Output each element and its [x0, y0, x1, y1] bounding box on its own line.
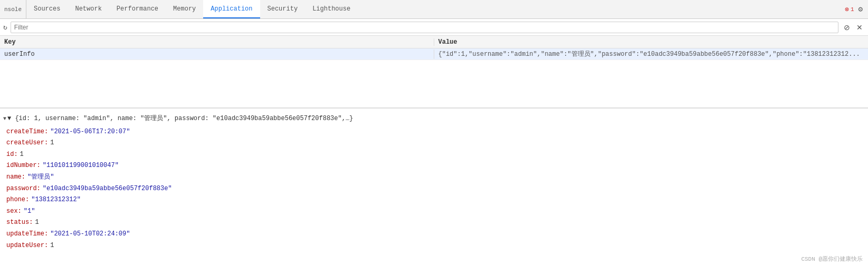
- table-row[interactable]: userInfo {"id":1,"username":"admin","nam…: [0, 48, 868, 60]
- detail-property-line: createTime: "2021-05-06T17:20:07": [0, 126, 868, 138]
- detail-property-line: sex: "1": [0, 206, 868, 218]
- main-content: Key Value userInfo {"id":1,"username":"a…: [0, 36, 868, 266]
- refresh-icon[interactable]: ↻: [3, 23, 7, 32]
- detail-property-line: name: "管理员": [0, 172, 868, 183]
- prop-value: "2021-05-10T02:24:09": [50, 229, 130, 240]
- prop-key: password:: [6, 183, 41, 195]
- expand-triangle[interactable]: ▼: [3, 114, 6, 124]
- clear-filter-button[interactable]: ⊘: [842, 22, 852, 33]
- column-key-header: Key: [0, 38, 434, 46]
- detail-property-line: phone: "13812312312": [0, 194, 868, 206]
- table-header: Key Value: [0, 36, 868, 48]
- empty-table-space: [0, 60, 868, 107]
- error-count: 1: [851, 6, 854, 13]
- prop-value: "2021-05-06T17:20:07": [50, 126, 130, 138]
- watermark: CSDN @愿你们健康快乐: [801, 255, 863, 263]
- tab-sources[interactable]: Sources: [26, 0, 68, 18]
- prop-key: name:: [6, 172, 25, 183]
- prop-key: status:: [6, 217, 33, 229]
- prop-key: id:: [6, 149, 18, 161]
- prop-key: updateTime:: [6, 229, 48, 240]
- object-preview: ▼ {id: 1, username: "admin", name: "管理员"…: [7, 113, 353, 125]
- prop-key: createUser:: [6, 137, 48, 149]
- tab-security[interactable]: Security: [260, 0, 306, 18]
- column-value-header: Value: [434, 38, 869, 46]
- detail-property-line: id: 1: [0, 149, 868, 161]
- prop-key: updateUser:: [6, 240, 48, 252]
- prop-key: idNumber:: [6, 160, 41, 172]
- filter-input[interactable]: [11, 22, 838, 33]
- tab-bar-right: ⊗ 1 ⚙: [845, 0, 868, 18]
- prop-value: "管理员": [27, 172, 54, 183]
- prop-key: phone:: [6, 194, 29, 206]
- detail-property-line: password: "e10adc3949ba59abbe56e057f20f8…: [0, 183, 868, 195]
- tab-network[interactable]: Network: [68, 0, 109, 18]
- prop-value: 1: [20, 149, 24, 161]
- prop-value: "110101199001010047": [43, 160, 119, 172]
- tab-application[interactable]: Application: [203, 0, 260, 18]
- detail-property-line: idNumber: "110101199001010047": [0, 160, 868, 172]
- tab-lighthouse[interactable]: Lighthouse: [305, 0, 358, 18]
- prop-key: sex:: [6, 206, 22, 218]
- detail-property-line: status: 1: [0, 217, 868, 229]
- prop-key: createTime:: [6, 126, 48, 138]
- filter-bar: ↻ ⊘ ✕: [0, 19, 868, 36]
- detail-property-line: createUser: 1: [0, 137, 868, 149]
- prop-value: 1: [50, 137, 54, 149]
- filter-actions: ⊘ ✕: [842, 22, 865, 33]
- prop-value: "e10adc3949ba59abbe56e057f20f883e": [43, 183, 172, 195]
- detail-property-line: updateUser: 1: [0, 240, 868, 252]
- detail-property-line: updateTime: "2021-05-10T02:24:09": [0, 229, 868, 240]
- object-summary[interactable]: ▼ ▼ {id: 1, username: "admin", name: "管理…: [0, 112, 868, 126]
- error-icon: ⊗: [845, 5, 849, 14]
- close-filter-button[interactable]: ✕: [854, 22, 865, 33]
- row-key: userInfo: [0, 50, 434, 59]
- console-label: nsole: [0, 0, 26, 18]
- prop-value: "13812312312": [31, 194, 81, 206]
- tab-bar: nsole Sources Network Performance Memory…: [0, 0, 868, 19]
- error-badge: ⊗ 1: [845, 5, 854, 14]
- prop-value: 1: [50, 240, 54, 252]
- row-value: {"id":1,"username":"admin","name":"管理员",…: [434, 48, 869, 60]
- tab-performance[interactable]: Performance: [109, 0, 166, 18]
- storage-table: Key Value userInfo {"id":1,"username":"a…: [0, 36, 868, 108]
- detail-panel: ▼ ▼ {id: 1, username: "admin", name: "管理…: [0, 108, 868, 266]
- tab-memory[interactable]: Memory: [166, 0, 203, 18]
- gear-icon[interactable]: ⚙: [859, 5, 863, 14]
- detail-properties: createTime: "2021-05-06T17:20:07" create…: [0, 126, 868, 252]
- prop-value: 1: [35, 217, 39, 229]
- prop-value: "1": [24, 206, 35, 218]
